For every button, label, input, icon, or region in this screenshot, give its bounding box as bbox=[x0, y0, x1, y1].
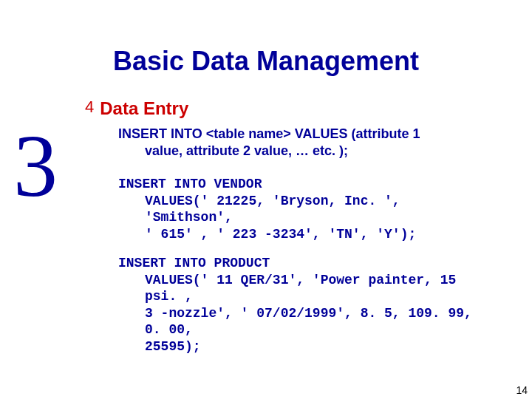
code-line: VALUES(' 21225, 'Bryson, Inc. ', 'Smiths… bbox=[118, 193, 495, 226]
chapter-number: 3 bbox=[13, 122, 58, 211]
syntax-line-1: INSERT INTO <table name> VALUES (attribu… bbox=[118, 126, 420, 141]
code-line: INSERT INTO VENDOR bbox=[118, 177, 262, 191]
bullet-icon: 4 bbox=[85, 98, 94, 116]
code-line: INSERT INTO PRODUCT bbox=[118, 256, 270, 270]
slide-title: Basic Data Management bbox=[0, 46, 532, 77]
code-line: 3 -nozzle', ' 07/02/1999', 8. 5, 109. 99… bbox=[118, 305, 495, 338]
syntax-line-2: value, attribute 2 value, … etc. ); bbox=[118, 143, 495, 160]
slide: Basic Data Management 3 4 Data Entry INS… bbox=[0, 0, 532, 399]
page-number: 14 bbox=[516, 384, 528, 396]
code-line: VALUES(' 11 QER/31', 'Power painter, 15 … bbox=[118, 272, 495, 305]
code-example-vendor: INSERT INTO VENDOR VALUES(' 21225, 'Brys… bbox=[118, 176, 495, 242]
code-line: 25595); bbox=[118, 338, 495, 355]
code-line: ' 615' , ' 223 -3234', 'TN', 'Y'); bbox=[118, 226, 495, 243]
bullet-item: 4 Data Entry bbox=[85, 98, 188, 119]
code-example-product: INSERT INTO PRODUCT VALUES(' 11 QER/31',… bbox=[118, 255, 495, 355]
syntax-description: INSERT INTO <table name> VALUES (attribu… bbox=[118, 126, 495, 159]
bullet-label: Data Entry bbox=[100, 98, 188, 119]
